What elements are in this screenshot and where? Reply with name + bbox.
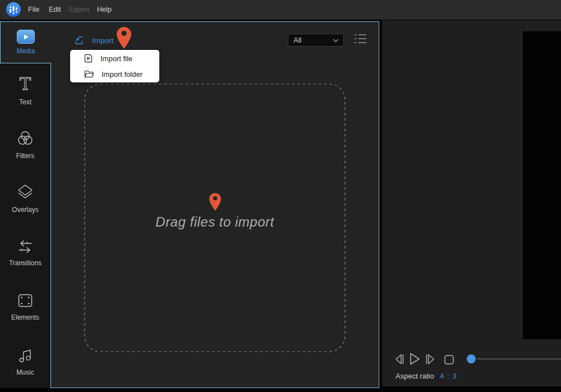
menu-item-label: Import file <box>100 54 132 63</box>
sidebar-item-label: Music <box>16 368 34 376</box>
menu-item-import-folder[interactable]: Import folder <box>70 67 159 81</box>
stop-button[interactable] <box>444 354 454 365</box>
sidebar: T Text Filters Overlays <box>0 63 51 388</box>
folder-icon <box>84 70 94 78</box>
pin-marker-icon <box>209 193 221 211</box>
app-logo-icon <box>6 2 21 17</box>
previous-frame-button[interactable] <box>394 353 405 365</box>
seek-bar-track[interactable] <box>477 358 561 359</box>
overlays-icon <box>16 183 35 201</box>
file-play-icon <box>84 54 93 63</box>
sidebar-item-label: Elements <box>11 313 39 321</box>
sidebar-item-text[interactable]: T Text <box>0 63 50 118</box>
menu-edit[interactable]: Edit <box>47 0 63 20</box>
sidebar-item-label: Text <box>19 98 31 106</box>
sidebar-item-overlays[interactable]: Overlays <box>0 172 50 226</box>
next-frame-button[interactable] <box>425 353 436 365</box>
sidebar-item-label: Overlays <box>12 206 38 214</box>
music-icon <box>16 346 35 364</box>
import-button-label: Import <box>92 36 113 45</box>
preview-screen <box>523 31 561 339</box>
menu-file[interactable]: File <box>26 0 42 20</box>
sidebar-item-label: Filters <box>16 152 35 160</box>
media-filter-value: All <box>288 36 301 44</box>
import-icon <box>74 35 85 46</box>
list-view-button[interactable] <box>354 34 367 45</box>
menu-bar: File Edit Export Help <box>0 0 561 20</box>
svg-text:T: T <box>20 75 31 94</box>
sidebar-item-transitions[interactable]: Transitions <box>0 226 50 280</box>
menu-item-import-file[interactable]: Import file <box>70 51 159 66</box>
menu-export: Export <box>67 0 91 20</box>
play-button[interactable] <box>408 352 421 366</box>
filters-icon <box>16 130 35 147</box>
aspect-ratio-value[interactable]: 4 : 3 <box>440 372 457 380</box>
aspect-ratio-label: Aspect ratio <box>396 372 434 380</box>
transitions-icon <box>16 239 35 255</box>
import-button[interactable]: Import <box>74 34 113 47</box>
media-filter-select[interactable]: All <box>288 34 344 47</box>
preview-panel: Aspect ratio 4 : 3 <box>382 20 561 386</box>
sidebar-item-music[interactable]: Music <box>0 334 50 389</box>
sidebar-item-label: Transitions <box>9 259 42 267</box>
import-dropdown-menu: Import file Import folder <box>70 50 159 82</box>
menu-help[interactable]: Help <box>95 0 114 20</box>
sidebar-item-label: Media <box>17 47 35 55</box>
media-panel: Media T Text Filters <box>0 21 379 388</box>
media-content: Import All <box>51 21 379 388</box>
elements-icon <box>16 292 35 309</box>
sidebar-item-elements[interactable]: Elements <box>0 280 50 334</box>
menu-item-label: Import folder <box>102 70 142 79</box>
sidebar-item-media[interactable]: Media <box>0 21 51 63</box>
media-icon <box>17 30 35 44</box>
seek-bar-handle[interactable] <box>467 354 476 363</box>
aspect-ratio-row: Aspect ratio 4 : 3 <box>396 372 457 380</box>
chevron-down-icon <box>333 39 339 43</box>
dropzone-label: Drag files to import <box>84 214 346 230</box>
sidebar-item-filters[interactable]: Filters <box>0 118 50 172</box>
text-icon: T <box>16 75 35 94</box>
pin-marker-icon <box>117 26 131 49</box>
import-dropzone[interactable]: Drag files to import <box>84 84 346 352</box>
